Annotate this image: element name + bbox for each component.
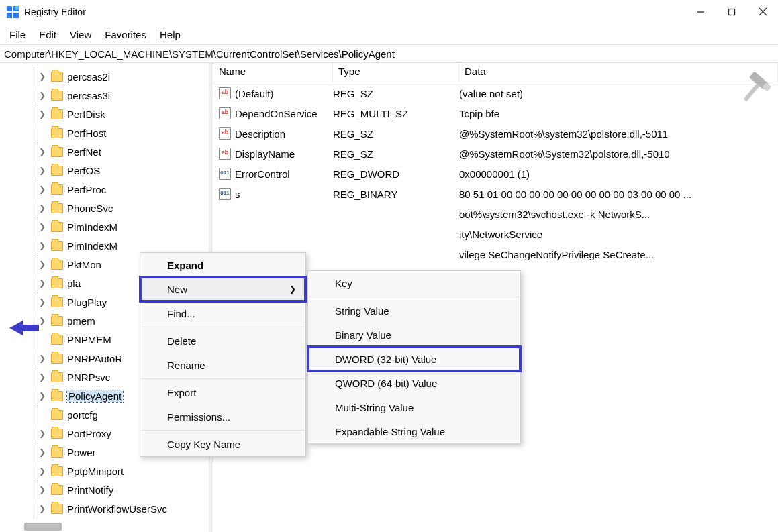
folder-icon <box>51 297 63 307</box>
annotation-arrow-icon <box>9 319 39 337</box>
svg-rect-2 <box>7 13 12 18</box>
chevron-right-icon[interactable]: ❯ <box>39 166 48 175</box>
ctx-copy-key-name[interactable]: Copy Key Name <box>140 432 305 456</box>
folder-icon <box>51 504 63 514</box>
context-submenu-new: Key String Value Binary Value DWORD (32-… <box>307 270 521 444</box>
registry-value-icon <box>219 148 231 160</box>
menu-favorites[interactable]: Favorites <box>98 26 153 43</box>
list-row[interactable]: (Default)REG_SZ(value not set) <box>213 83 778 103</box>
ctx-find[interactable]: Find... <box>140 301 305 325</box>
column-name[interactable]: Name <box>213 63 333 83</box>
tree-node-printworkflowusersvc[interactable]: ❯PrintWorkflowUserSvc <box>3 499 213 518</box>
tree-node-percsas3i[interactable]: ❯percsas3i <box>3 86 213 105</box>
ctx-separator <box>142 430 304 431</box>
chevron-right-icon[interactable]: ❯ <box>39 109 48 119</box>
chevron-right-icon[interactable]: ❯ <box>39 504 48 513</box>
ctx-new-string[interactable]: String Value <box>308 299 520 323</box>
ctx-new-qword[interactable]: QWORD (64-bit) Value <box>308 371 520 395</box>
chevron-right-icon[interactable]: ❯ <box>39 354 48 363</box>
value-data: oot%\system32\svchost.exe -k NetworkS... <box>459 209 778 220</box>
tree-node-label: PrintNotify <box>67 484 113 496</box>
chevron-right-icon[interactable]: ❯ <box>39 297 48 307</box>
tree-node-perfdisk[interactable]: ❯PerfDisk <box>3 105 213 123</box>
tree-horizontal-scrollbar[interactable] <box>24 523 62 531</box>
folder-icon <box>51 91 63 101</box>
chevron-right-icon[interactable]: ❯ <box>39 184 48 194</box>
tree-node-label: PerfNet <box>67 146 101 158</box>
list-row[interactable]: oot%\system32\svchost.exe -k NetworkS... <box>213 204 778 224</box>
list-row[interactable]: DescriptionREG_SZ@%SystemRoot%\system32\… <box>213 123 778 144</box>
ctx-new-key[interactable]: Key <box>308 271 520 295</box>
value-data: 0x00000001 (1) <box>459 168 778 180</box>
app-icon <box>7 6 19 18</box>
registry-value-icon <box>219 107 231 119</box>
tree-node-label: portcfg <box>67 409 98 421</box>
list-row[interactable]: ity\NetworkService <box>213 224 778 244</box>
ctx-new-dword[interactable]: DWORD (32-bit) Value <box>308 347 520 371</box>
column-type[interactable]: Type <box>333 63 459 83</box>
tree-node-perfos[interactable]: ❯PerfOS <box>3 161 213 180</box>
tree-node-label: PerfHost <box>67 127 106 139</box>
chevron-right-icon[interactable]: ❯ <box>39 260 48 269</box>
menu-help[interactable]: Help <box>153 26 187 43</box>
tree-node-percsas2i[interactable]: ❯percsas2i <box>3 67 213 86</box>
tree-node-label: PktMon <box>67 259 101 270</box>
chevron-right-icon[interactable]: ❯ <box>39 222 48 231</box>
folder-icon <box>51 222 63 232</box>
chevron-right-icon[interactable]: ❯ <box>39 391 48 401</box>
ctx-rename[interactable]: Rename <box>140 353 305 377</box>
chevron-right-icon[interactable]: ❯ <box>39 316 48 325</box>
ctx-permissions[interactable]: Permissions... <box>140 405 305 429</box>
registry-value-icon <box>219 188 231 200</box>
menu-file[interactable]: File <box>3 26 32 43</box>
folder-icon <box>51 147 63 157</box>
column-data[interactable]: Data <box>459 63 778 83</box>
folder-icon <box>51 109 63 119</box>
tree-node-pimindexm[interactable]: ❯PimIndexM <box>3 217 213 236</box>
folder-icon <box>51 335 63 345</box>
value-data: @%SystemRoot%\system32\polstore.dll,-501… <box>459 128 778 140</box>
tree-node-perfnet[interactable]: ❯PerfNet <box>3 142 213 161</box>
tree-node-phonesvc[interactable]: ❯PhoneSvc <box>3 199 213 217</box>
tree-node-printnotify[interactable]: ❯PrintNotify <box>3 480 213 499</box>
list-row[interactable]: ErrorControlREG_DWORD0x00000001 (1) <box>213 164 778 184</box>
chevron-right-icon[interactable]: ❯ <box>39 278 48 288</box>
chevron-right-icon[interactable]: ❯ <box>39 447 48 457</box>
context-menu: Expand New ❯ Find... Delete Rename Expor… <box>140 252 306 457</box>
chevron-right-icon[interactable]: ❯ <box>39 429 48 438</box>
chevron-right-icon[interactable]: ❯ <box>39 147 48 156</box>
list-row[interactable]: DependOnServiceREG_MULTI_SZTcpip bfe <box>213 103 778 123</box>
close-button[interactable] <box>747 0 778 24</box>
ctx-delete[interactable]: Delete <box>140 329 305 353</box>
menu-edit[interactable]: Edit <box>32 26 63 43</box>
tree-node-perfproc[interactable]: ❯PerfProc <box>3 180 213 199</box>
ctx-new-multi[interactable]: Multi-String Value <box>308 395 520 419</box>
chevron-right-icon[interactable]: ❯ <box>39 372 48 382</box>
ctx-new-expandable[interactable]: Expandable String Value <box>308 419 520 443</box>
ctx-new[interactable]: New ❯ <box>140 277 305 301</box>
chevron-right-icon[interactable]: ❯ <box>39 91 48 100</box>
chevron-right-icon[interactable]: ❯ <box>39 241 48 250</box>
menu-view[interactable]: View <box>63 26 98 43</box>
address-bar[interactable]: Computer\HKEY_LOCAL_MACHINE\SYSTEM\Curre… <box>0 44 778 63</box>
maximize-button[interactable] <box>716 0 747 24</box>
chevron-right-icon[interactable]: ❯ <box>39 466 48 476</box>
list-row[interactable]: sREG_BINARY80 51 01 00 00 00 00 00 00 00… <box>213 184 778 204</box>
minimize-button[interactable] <box>685 0 716 24</box>
chevron-right-icon[interactable]: ❯ <box>39 72 48 81</box>
window-title: Registry Editor <box>24 7 685 17</box>
tree-node-pptpminiport[interactable]: ❯PptpMiniport <box>3 462 213 480</box>
chevron-right-icon[interactable]: ❯ <box>39 485 48 494</box>
tree-node-perfhost[interactable]: PerfHost <box>3 123 213 142</box>
ctx-expand[interactable]: Expand <box>140 253 305 277</box>
ctx-new-binary[interactable]: Binary Value <box>308 323 520 347</box>
tree-node-label: pla <box>67 278 81 289</box>
chevron-right-icon[interactable]: ❯ <box>39 203 48 213</box>
menu-bar: File Edit View Favorites Help <box>0 24 778 44</box>
tree-node-label: PortProxy <box>67 428 111 439</box>
value-type: REG_MULTI_SZ <box>333 108 459 119</box>
value-type: REG_DWORD <box>333 168 459 180</box>
ctx-separator <box>142 378 304 379</box>
ctx-export[interactable]: Export <box>140 380 305 405</box>
list-row[interactable]: DisplayNameREG_SZ@%SystemRoot%\System32\… <box>213 144 778 164</box>
